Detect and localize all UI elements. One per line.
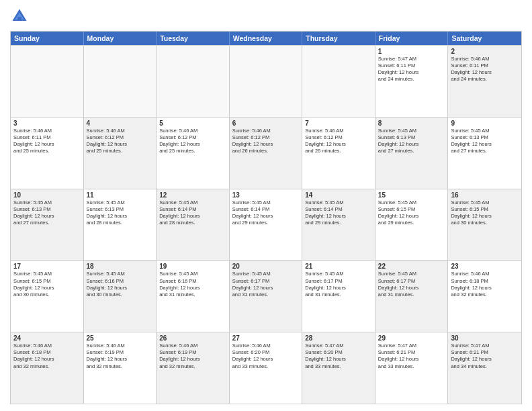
calendar-cell-4-6: 30Sunrise: 5:47 AM Sunset: 6:21 PM Dayli… [448, 332, 521, 404]
cell-info: Sunrise: 5:46 AM Sunset: 6:18 PM Dayligh… [13, 342, 81, 370]
calendar-cell-4-2: 26Sunrise: 5:46 AM Sunset: 6:19 PM Dayli… [157, 332, 230, 404]
calendar-cell-0-4 [302, 46, 375, 117]
calendar-header: SundayMondayTuesdayWednesdayThursdayFrid… [11, 32, 521, 45]
calendar-body: 1Sunrise: 5:47 AM Sunset: 6:11 PM Daylig… [11, 45, 521, 404]
calendar-row-0: 1Sunrise: 5:47 AM Sunset: 6:11 PM Daylig… [11, 45, 521, 117]
calendar-cell-1-0: 3Sunrise: 5:46 AM Sunset: 6:11 PM Daylig… [11, 118, 84, 189]
day-number: 24 [13, 334, 81, 342]
cell-info: Sunrise: 5:45 AM Sunset: 6:13 PM Dayligh… [13, 199, 81, 227]
svg-rect-2 [17, 17, 21, 21]
calendar-cell-1-2: 5Sunrise: 5:46 AM Sunset: 6:12 PM Daylig… [157, 118, 230, 189]
day-number: 3 [13, 120, 81, 127]
cell-info: Sunrise: 5:47 AM Sunset: 6:21 PM Dayligh… [451, 342, 519, 370]
header-day-thursday: Thursday [302, 32, 375, 45]
calendar-cell-2-1: 11Sunrise: 5:45 AM Sunset: 6:13 PM Dayli… [84, 189, 157, 261]
calendar-cell-3-1: 18Sunrise: 5:45 AM Sunset: 6:16 PM Dayli… [84, 261, 157, 332]
day-number: 20 [232, 263, 300, 270]
cell-info: Sunrise: 5:46 AM Sunset: 6:19 PM Dayligh… [87, 342, 154, 370]
logo [10, 7, 32, 26]
calendar-cell-2-5: 15Sunrise: 5:45 AM Sunset: 6:15 PM Dayli… [375, 189, 449, 261]
calendar-cell-2-0: 10Sunrise: 5:45 AM Sunset: 6:13 PM Dayli… [11, 189, 84, 261]
calendar-cell-4-0: 24Sunrise: 5:46 AM Sunset: 6:18 PM Dayli… [11, 332, 84, 404]
cell-info: Sunrise: 5:45 AM Sunset: 6:17 PM Dayligh… [232, 271, 300, 298]
cell-info: Sunrise: 5:45 AM Sunset: 6:13 PM Dayligh… [87, 199, 154, 227]
cell-info: Sunrise: 5:47 AM Sunset: 6:20 PM Dayligh… [305, 342, 372, 370]
day-number: 12 [159, 191, 226, 199]
cell-info: Sunrise: 5:45 AM Sunset: 6:13 PM Dayligh… [378, 128, 445, 155]
day-number: 17 [13, 263, 81, 270]
header-day-friday: Friday [375, 32, 449, 45]
cell-info: Sunrise: 5:45 AM Sunset: 6:17 PM Dayligh… [305, 271, 372, 298]
header-day-sunday: Sunday [11, 32, 84, 45]
calendar-cell-4-1: 25Sunrise: 5:46 AM Sunset: 6:19 PM Dayli… [84, 332, 157, 404]
cell-info: Sunrise: 5:46 AM Sunset: 6:19 PM Dayligh… [159, 342, 226, 370]
cell-info: Sunrise: 5:46 AM Sunset: 6:12 PM Dayligh… [232, 128, 300, 155]
calendar-cell-0-5: 1Sunrise: 5:47 AM Sunset: 6:11 PM Daylig… [375, 46, 449, 117]
calendar-cell-1-5: 8Sunrise: 5:45 AM Sunset: 6:13 PM Daylig… [375, 118, 449, 189]
calendar-cell-0-6: 2Sunrise: 5:46 AM Sunset: 6:11 PM Daylig… [448, 46, 521, 117]
header [10, 7, 522, 26]
calendar-cell-3-6: 23Sunrise: 5:46 AM Sunset: 6:18 PM Dayli… [448, 261, 521, 332]
day-number: 22 [378, 263, 445, 270]
cell-info: Sunrise: 5:46 AM Sunset: 6:12 PM Dayligh… [159, 128, 226, 155]
day-number: 21 [305, 263, 372, 270]
cell-info: Sunrise: 5:46 AM Sunset: 6:11 PM Dayligh… [451, 56, 519, 83]
cell-info: Sunrise: 5:45 AM Sunset: 6:14 PM Dayligh… [159, 199, 226, 227]
day-number: 29 [378, 334, 445, 342]
calendar-row-3: 17Sunrise: 5:45 AM Sunset: 6:15 PM Dayli… [11, 260, 521, 332]
calendar-cell-2-3: 13Sunrise: 5:45 AM Sunset: 6:14 PM Dayli… [230, 189, 303, 261]
day-number: 15 [378, 191, 445, 199]
calendar-cell-2-2: 12Sunrise: 5:45 AM Sunset: 6:14 PM Dayli… [157, 189, 230, 261]
day-number: 2 [451, 48, 519, 55]
calendar-cell-0-0 [11, 46, 84, 117]
day-number: 4 [87, 120, 154, 127]
cell-info: Sunrise: 5:45 AM Sunset: 6:15 PM Dayligh… [378, 199, 445, 227]
page: SundayMondayTuesdayWednesdayThursdayFrid… [0, 0, 532, 411]
cell-info: Sunrise: 5:46 AM Sunset: 6:18 PM Dayligh… [451, 271, 519, 298]
day-number: 18 [87, 263, 154, 270]
calendar-row-2: 10Sunrise: 5:45 AM Sunset: 6:13 PM Dayli… [11, 189, 521, 261]
day-number: 6 [232, 120, 300, 127]
day-number: 23 [451, 263, 519, 270]
day-number: 16 [451, 191, 519, 199]
day-number: 10 [13, 191, 81, 199]
cell-info: Sunrise: 5:47 AM Sunset: 6:21 PM Dayligh… [378, 342, 445, 370]
cell-info: Sunrise: 5:45 AM Sunset: 6:15 PM Dayligh… [13, 271, 81, 298]
calendar-cell-4-3: 27Sunrise: 5:46 AM Sunset: 6:20 PM Dayli… [230, 332, 303, 404]
day-number: 8 [378, 120, 445, 127]
day-number: 26 [159, 334, 226, 342]
day-number: 13 [232, 191, 300, 199]
calendar-cell-0-1 [84, 46, 157, 117]
day-number: 1 [378, 48, 445, 55]
calendar-cell-2-6: 16Sunrise: 5:45 AM Sunset: 6:15 PM Dayli… [448, 189, 521, 261]
calendar-cell-3-2: 19Sunrise: 5:45 AM Sunset: 6:16 PM Dayli… [157, 261, 230, 332]
cell-info: Sunrise: 5:46 AM Sunset: 6:12 PM Dayligh… [87, 128, 154, 155]
calendar-cell-1-4: 7Sunrise: 5:46 AM Sunset: 6:12 PM Daylig… [302, 118, 375, 189]
cell-info: Sunrise: 5:45 AM Sunset: 6:16 PM Dayligh… [159, 271, 226, 298]
calendar-cell-0-3 [230, 46, 303, 117]
calendar-cell-4-4: 28Sunrise: 5:47 AM Sunset: 6:20 PM Dayli… [302, 332, 375, 404]
day-number: 28 [305, 334, 372, 342]
day-number: 7 [305, 120, 372, 127]
day-number: 19 [159, 263, 226, 270]
calendar: SundayMondayTuesdayWednesdayThursdayFrid… [10, 31, 522, 404]
header-day-tuesday: Tuesday [157, 32, 230, 45]
calendar-cell-1-6: 9Sunrise: 5:45 AM Sunset: 6:13 PM Daylig… [448, 118, 521, 189]
day-number: 9 [451, 120, 519, 127]
day-number: 5 [159, 120, 226, 127]
day-number: 27 [232, 334, 300, 342]
calendar-cell-2-4: 14Sunrise: 5:45 AM Sunset: 6:14 PM Dayli… [302, 189, 375, 261]
day-number: 30 [451, 334, 519, 342]
day-number: 11 [87, 191, 154, 199]
calendar-cell-4-5: 29Sunrise: 5:47 AM Sunset: 6:21 PM Dayli… [375, 332, 449, 404]
calendar-cell-1-3: 6Sunrise: 5:46 AM Sunset: 6:12 PM Daylig… [230, 118, 303, 189]
calendar-row-1: 3Sunrise: 5:46 AM Sunset: 6:11 PM Daylig… [11, 117, 521, 189]
cell-info: Sunrise: 5:45 AM Sunset: 6:14 PM Dayligh… [232, 199, 300, 227]
cell-info: Sunrise: 5:45 AM Sunset: 6:17 PM Dayligh… [378, 271, 445, 298]
day-number: 14 [305, 191, 372, 199]
calendar-cell-3-0: 17Sunrise: 5:45 AM Sunset: 6:15 PM Dayli… [11, 261, 84, 332]
calendar-cell-3-4: 21Sunrise: 5:45 AM Sunset: 6:17 PM Dayli… [302, 261, 375, 332]
logo-icon [10, 7, 29, 26]
cell-info: Sunrise: 5:46 AM Sunset: 6:11 PM Dayligh… [13, 128, 81, 155]
cell-info: Sunrise: 5:45 AM Sunset: 6:14 PM Dayligh… [305, 199, 372, 227]
